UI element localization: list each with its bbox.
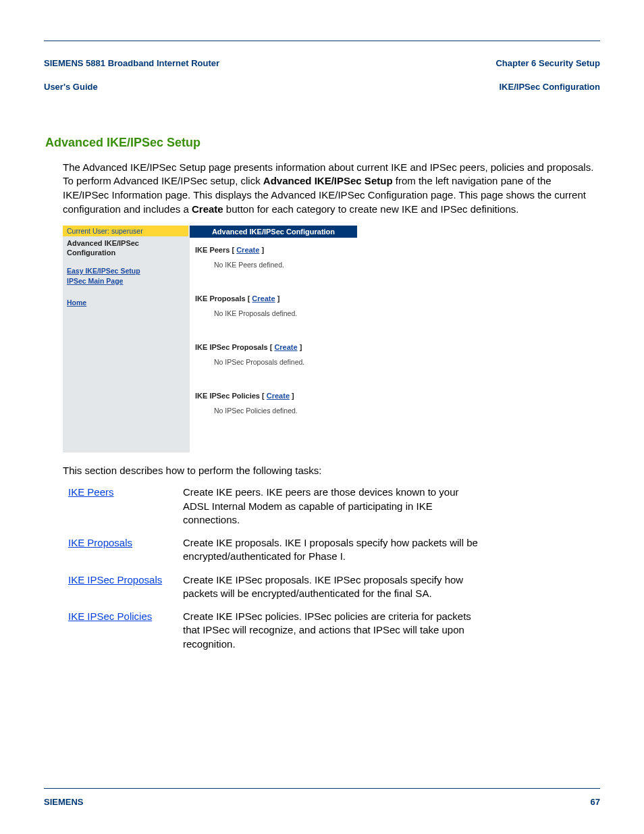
sidebar-link-easy-setup[interactable]: Easy IKE/IPSec Setup [67,266,184,276]
create-ike-proposals-link[interactable]: Create [252,294,275,303]
link-ike-proposals[interactable]: IKE Proposals [68,537,132,548]
para-text: button for each category to create new I… [223,203,519,215]
header-guide: User's Guide [44,81,219,93]
ike-peers-heading: IKE Peers [ Create ] [195,246,350,254]
header-topic: IKE/IPSec Configuration [495,81,600,93]
ike-ipsec-policies-label: IKE IPSec Policies [195,392,260,400]
page-header: SIEMENS 5881 Broadband Internet Router U… [44,45,600,105]
task-row: IKE IPSec Policies Create IKE IPSec poli… [68,610,480,660]
task-desc: Create IKE IPSec proposals. IKE IPSec pr… [183,573,480,610]
ike-ipsec-proposals-label: IKE IPSec Proposals [195,343,268,351]
task-desc: Create IKE peers. IKE peers are those de… [183,486,480,536]
ike-proposals-heading: IKE Proposals [ Create ] [195,294,350,303]
screenshot-sidebar: Current User: superuser Advanced IKE/IPS… [63,226,188,452]
create-ike-ipsec-proposals-link[interactable]: Create [274,343,297,351]
sidebar-link-ipsec-main[interactable]: IPSec Main Page [67,276,184,286]
link-ike-peers[interactable]: IKE Peers [68,486,114,498]
tasks-table: IKE Peers Create IKE peers. IKE peers ar… [68,486,480,660]
task-row: IKE IPSec Proposals Create IKE IPSec pro… [68,573,480,610]
task-desc: Create IKE proposals. IKE I proposals sp… [183,536,480,573]
ike-peers-label: IKE Peers [195,246,230,254]
header-rule [44,41,600,41]
link-ike-ipsec-policies[interactable]: IKE IPSec Policies [68,610,152,622]
ike-proposals-empty: No IKE Proposals defined. [195,303,350,335]
section-title: Advanced IKE/IPSec Setup [45,136,600,150]
task-row: IKE Peers Create IKE peers. IKE peers ar… [68,486,480,536]
ike-ipsec-proposals-heading: IKE IPSec Proposals [ Create ] [195,343,350,351]
footer-rule [44,788,600,789]
ike-ipsec-policies-heading: IKE IPSec Policies [ Create ] [195,392,350,400]
task-desc: Create IKE IPSec policies. IPSec policie… [183,610,480,660]
footer-page-number: 67 [591,797,600,807]
header-chapter: Chapter 6 Security Setup [495,57,600,70]
create-ike-peers-link[interactable]: Create [236,246,259,254]
tasks-intro: This section describes how to perform th… [63,465,600,476]
embedded-screenshot: Current User: superuser Advanced IKE/IPS… [63,226,357,452]
header-product: SIEMENS 5881 Broadband Internet Router [44,57,219,70]
ike-peers-empty: No IKE Peers defined. [195,254,350,286]
screenshot-main-title: Advanced IKE/IPSec Configuration [190,226,357,238]
screenshot-main: Advanced IKE/IPSec Configuration IKE Pee… [188,226,357,452]
task-row: IKE Proposals Create IKE proposals. IKE … [68,536,480,573]
sidebar-title: Advanced IKE/IPSec Configuration [63,236,188,266]
ike-ipsec-policies-empty: No IPSec Policies defined. [195,400,350,432]
intro-paragraph: The Advanced IKE/IPSec Setup page presen… [63,161,600,217]
link-ike-ipsec-proposals[interactable]: IKE IPSec Proposals [68,574,162,585]
ike-ipsec-proposals-empty: No IPSec Proposals defined. [195,351,350,384]
create-ike-ipsec-policies-link[interactable]: Create [267,392,290,400]
sidebar-link-home[interactable]: Home [67,298,184,308]
footer-brand: SIEMENS [44,797,84,807]
page-footer: SIEMENS 67 [44,793,600,807]
ike-proposals-label: IKE Proposals [195,294,246,303]
current-user-banner: Current User: superuser [63,226,188,236]
para-bold-1: Advanced IKE/IPSec Setup [263,175,393,186]
para-bold-2: Create [192,203,223,215]
